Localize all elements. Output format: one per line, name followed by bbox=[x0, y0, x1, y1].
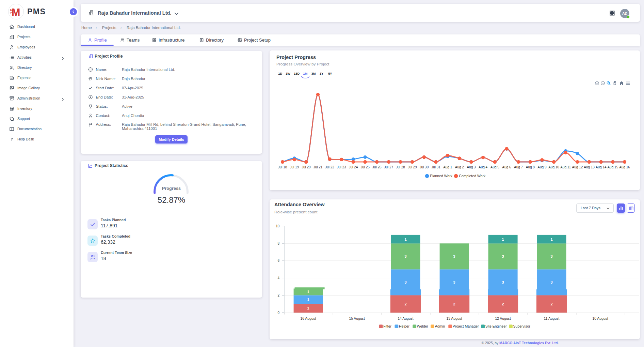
svg-text:Aug 3: Aug 3 bbox=[467, 165, 476, 169]
svg-text:Jul 31: Jul 31 bbox=[431, 165, 440, 169]
svg-text:Helper: Helper bbox=[399, 324, 409, 328]
svg-text:Jul 21: Jul 21 bbox=[313, 165, 323, 169]
svg-text:Project Manager: Project Manager bbox=[453, 324, 479, 328]
svg-text:Progress: Progress bbox=[162, 186, 181, 191]
svg-text:3: 3 bbox=[502, 280, 504, 284]
svg-text:Aug 6: Aug 6 bbox=[502, 165, 511, 169]
svg-text:15 August: 15 August bbox=[349, 317, 365, 320]
svg-text:52.87%: 52.87% bbox=[158, 195, 185, 205]
svg-text:Jul 26: Jul 26 bbox=[372, 165, 382, 169]
svg-text:Jul 23: Jul 23 bbox=[337, 165, 346, 169]
svg-text:11 August: 11 August bbox=[544, 317, 560, 320]
svg-text:1: 1 bbox=[405, 237, 407, 241]
svg-text:M: M bbox=[12, 6, 20, 18]
svg-text:16 August: 16 August bbox=[300, 317, 316, 320]
svg-text:3: 3 bbox=[405, 254, 407, 258]
svg-text:Aug 14: Aug 14 bbox=[596, 165, 607, 169]
svg-text:Aug 5: Aug 5 bbox=[490, 165, 500, 169]
svg-text:Jul 18: Jul 18 bbox=[278, 165, 287, 169]
svg-text:Aug 10: Aug 10 bbox=[548, 165, 559, 169]
svg-text:3: 3 bbox=[453, 280, 455, 284]
svg-text:Aug 2: Aug 2 bbox=[455, 165, 464, 169]
svg-text:1: 1 bbox=[307, 306, 309, 310]
svg-text:Aug 7: Aug 7 bbox=[514, 165, 523, 169]
svg-text:Jul 27: Jul 27 bbox=[384, 165, 393, 169]
svg-text:2: 2 bbox=[405, 302, 407, 306]
svg-text:1: 1 bbox=[307, 298, 309, 302]
svg-text:Supervisor: Supervisor bbox=[513, 324, 531, 328]
svg-text:Aug 16: Aug 16 bbox=[619, 165, 630, 169]
svg-text:Aug 11: Aug 11 bbox=[560, 165, 571, 169]
svg-text:Jul 22: Jul 22 bbox=[325, 165, 334, 169]
svg-text:Planned Work: Planned Work bbox=[430, 174, 453, 178]
svg-text:Jul 20: Jul 20 bbox=[302, 165, 311, 169]
svg-text:Site Engineer: Site Engineer bbox=[485, 324, 507, 328]
svg-text:Jul 19: Jul 19 bbox=[290, 165, 299, 169]
svg-text:Jul 25: Jul 25 bbox=[360, 165, 370, 169]
svg-text:2: 2 bbox=[502, 302, 504, 306]
svg-text:2: 2 bbox=[551, 302, 553, 306]
svg-text:Aug 12: Aug 12 bbox=[572, 165, 583, 169]
svg-text:Admin: Admin bbox=[435, 324, 445, 328]
svg-text:Jul 24: Jul 24 bbox=[349, 165, 358, 169]
svg-text:2: 2 bbox=[277, 293, 279, 297]
svg-text:Completed Work: Completed Work bbox=[459, 174, 486, 178]
svg-text:Aug 4: Aug 4 bbox=[479, 165, 488, 169]
svg-text:Jul 28: Jul 28 bbox=[396, 165, 405, 169]
svg-text:Aug 1: Aug 1 bbox=[443, 165, 452, 169]
svg-text:1: 1 bbox=[502, 237, 504, 241]
svg-text:0: 0 bbox=[277, 311, 279, 315]
svg-text:3: 3 bbox=[551, 254, 553, 258]
svg-text:3: 3 bbox=[405, 280, 407, 284]
svg-text:Aug 13: Aug 13 bbox=[584, 165, 595, 169]
svg-text:1: 1 bbox=[551, 237, 553, 241]
svg-text:12 August: 12 August bbox=[495, 317, 511, 320]
svg-text:Jul 30: Jul 30 bbox=[420, 165, 429, 169]
svg-text:13 August: 13 August bbox=[446, 317, 462, 320]
svg-text:8: 8 bbox=[277, 242, 279, 245]
svg-text:4: 4 bbox=[277, 276, 279, 280]
svg-text:3: 3 bbox=[502, 254, 504, 258]
svg-text:Aug 15: Aug 15 bbox=[607, 165, 618, 169]
svg-text:Aug 8: Aug 8 bbox=[526, 165, 535, 169]
svg-text:Jul 29: Jul 29 bbox=[408, 165, 417, 169]
svg-text:Welder: Welder bbox=[417, 324, 429, 328]
svg-text:3: 3 bbox=[453, 254, 455, 258]
svg-text:6: 6 bbox=[277, 259, 279, 262]
svg-text:1: 1 bbox=[307, 290, 309, 294]
svg-text:2: 2 bbox=[453, 302, 455, 306]
svg-text:Aug 9: Aug 9 bbox=[537, 165, 547, 169]
svg-text:3: 3 bbox=[551, 280, 553, 284]
svg-text:14 August: 14 August bbox=[398, 317, 413, 320]
svg-text:Fitter: Fitter bbox=[383, 324, 391, 328]
svg-text:10 August: 10 August bbox=[592, 317, 608, 320]
svg-text:10: 10 bbox=[276, 224, 280, 228]
